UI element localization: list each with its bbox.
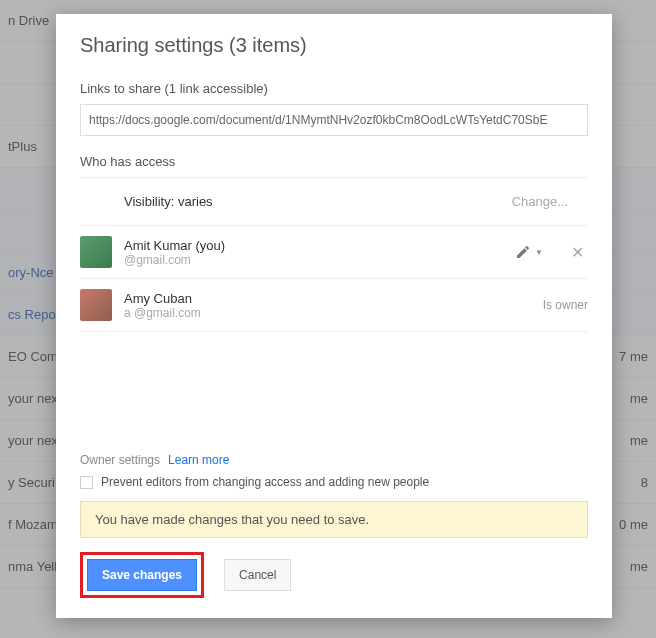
person-name: Amy Cuban — [124, 291, 543, 306]
person-name: Amit Kumar (you) — [124, 238, 515, 253]
chevron-down-icon: ▼ — [535, 248, 543, 257]
visibility-label: Visibility: varies — [124, 194, 213, 209]
owner-role-label: Is owner — [543, 298, 588, 312]
person-email: @gmail.com — [124, 253, 515, 267]
avatar — [80, 289, 112, 321]
links-to-share-label: Links to share (1 link accessible) — [80, 81, 588, 96]
share-link-input[interactable] — [80, 104, 588, 136]
learn-more-link[interactable]: Learn more — [168, 453, 229, 467]
modal-title: Sharing settings (3 items) — [80, 34, 588, 57]
who-has-access-label: Who has access — [80, 154, 588, 178]
person-email: a @gmail.com — [124, 306, 543, 320]
save-changes-button[interactable]: Save changes — [87, 559, 197, 591]
sharing-settings-modal: Sharing settings (3 items) Links to shar… — [56, 14, 612, 618]
prevent-editors-checkbox-row[interactable]: Prevent editors from changing access and… — [80, 475, 588, 489]
checkbox-label: Prevent editors from changing access and… — [101, 475, 429, 489]
role-picker[interactable]: ▼ — [515, 244, 543, 260]
cancel-button[interactable]: Cancel — [224, 559, 291, 591]
person-row: Amy Cuban a @gmail.com Is owner — [80, 279, 588, 332]
pencil-icon — [515, 244, 531, 260]
person-row: Amit Kumar (you) @gmail.com ▼ ✕ — [80, 226, 588, 279]
change-visibility-link[interactable]: Change... — [512, 194, 588, 209]
unsaved-changes-warning: You have made changes that you need to s… — [80, 501, 588, 538]
visibility-row: Visibility: varies Change... — [80, 178, 588, 226]
highlight-annotation: Save changes — [80, 552, 204, 598]
checkbox[interactable] — [80, 476, 93, 489]
owner-settings-label: Owner settings — [80, 453, 160, 467]
remove-person-button[interactable]: ✕ — [567, 239, 588, 266]
avatar — [80, 236, 112, 268]
